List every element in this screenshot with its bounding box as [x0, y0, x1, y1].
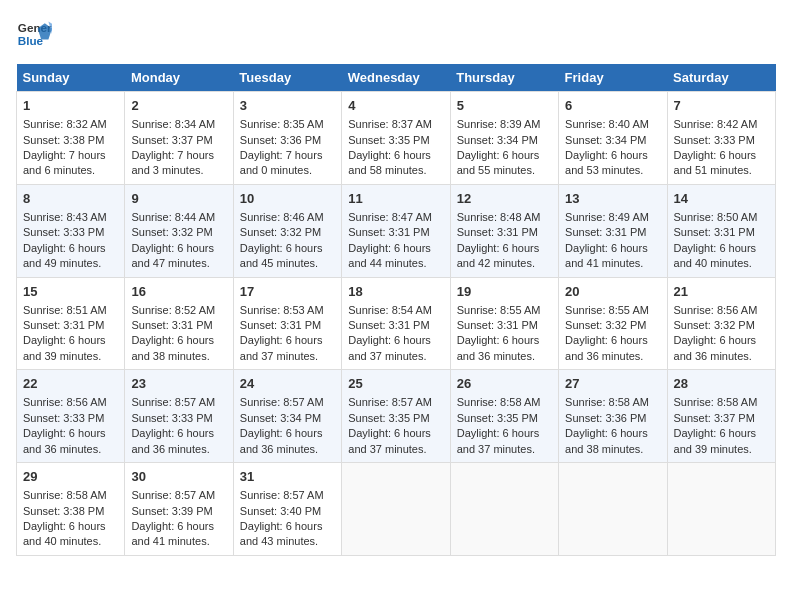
sunset-text: Sunset: 3:31 PM	[348, 319, 429, 331]
daylight-text: Daylight: 6 hours and 37 minutes.	[348, 427, 431, 454]
calendar-cell: 1Sunrise: 8:32 AMSunset: 3:38 PMDaylight…	[17, 92, 125, 185]
daylight-text: Daylight: 6 hours and 36 minutes.	[565, 334, 648, 361]
day-number: 7	[674, 97, 769, 115]
day-number: 4	[348, 97, 443, 115]
calendar-cell: 26Sunrise: 8:58 AMSunset: 3:35 PMDayligh…	[450, 370, 558, 463]
sunset-text: Sunset: 3:33 PM	[674, 134, 755, 146]
day-number: 24	[240, 375, 335, 393]
daylight-text: Daylight: 7 hours and 6 minutes.	[23, 149, 106, 176]
calendar-cell: 30Sunrise: 8:57 AMSunset: 3:39 PMDayligh…	[125, 463, 233, 556]
sunset-text: Sunset: 3:35 PM	[457, 412, 538, 424]
calendar-cell: 16Sunrise: 8:52 AMSunset: 3:31 PMDayligh…	[125, 277, 233, 370]
sunset-text: Sunset: 3:32 PM	[674, 319, 755, 331]
day-number: 17	[240, 283, 335, 301]
sunrise-text: Sunrise: 8:55 AM	[565, 304, 649, 316]
sunrise-text: Sunrise: 8:32 AM	[23, 118, 107, 130]
sunset-text: Sunset: 3:31 PM	[131, 319, 212, 331]
daylight-text: Daylight: 6 hours and 41 minutes.	[565, 242, 648, 269]
sunset-text: Sunset: 3:33 PM	[131, 412, 212, 424]
sunrise-text: Sunrise: 8:54 AM	[348, 304, 432, 316]
sunrise-text: Sunrise: 8:46 AM	[240, 211, 324, 223]
sunrise-text: Sunrise: 8:53 AM	[240, 304, 324, 316]
day-number: 31	[240, 468, 335, 486]
calendar-cell: 21Sunrise: 8:56 AMSunset: 3:32 PMDayligh…	[667, 277, 775, 370]
sunset-text: Sunset: 3:31 PM	[457, 226, 538, 238]
day-number: 27	[565, 375, 660, 393]
header-thursday: Thursday	[450, 64, 558, 92]
sunset-text: Sunset: 3:36 PM	[240, 134, 321, 146]
calendar-cell: 15Sunrise: 8:51 AMSunset: 3:31 PMDayligh…	[17, 277, 125, 370]
day-number: 26	[457, 375, 552, 393]
day-number: 11	[348, 190, 443, 208]
week-row-1: 1Sunrise: 8:32 AMSunset: 3:38 PMDaylight…	[17, 92, 776, 185]
sunrise-text: Sunrise: 8:58 AM	[674, 396, 758, 408]
sunrise-text: Sunrise: 8:52 AM	[131, 304, 215, 316]
daylight-text: Daylight: 6 hours and 36 minutes.	[457, 334, 540, 361]
calendar-cell: 23Sunrise: 8:57 AMSunset: 3:33 PMDayligh…	[125, 370, 233, 463]
sunrise-text: Sunrise: 8:35 AM	[240, 118, 324, 130]
day-number: 10	[240, 190, 335, 208]
daylight-text: Daylight: 6 hours and 49 minutes.	[23, 242, 106, 269]
sunset-text: Sunset: 3:37 PM	[131, 134, 212, 146]
day-number: 21	[674, 283, 769, 301]
logo-icon: General Blue	[16, 16, 52, 52]
svg-text:Blue: Blue	[18, 34, 44, 47]
sunrise-text: Sunrise: 8:57 AM	[131, 489, 215, 501]
calendar-cell	[667, 463, 775, 556]
day-number: 30	[131, 468, 226, 486]
sunset-text: Sunset: 3:31 PM	[348, 226, 429, 238]
sunrise-text: Sunrise: 8:39 AM	[457, 118, 541, 130]
daylight-text: Daylight: 6 hours and 42 minutes.	[457, 242, 540, 269]
daylight-text: Daylight: 6 hours and 40 minutes.	[674, 242, 757, 269]
calendar-cell: 19Sunrise: 8:55 AMSunset: 3:31 PMDayligh…	[450, 277, 558, 370]
sunset-text: Sunset: 3:34 PM	[565, 134, 646, 146]
week-row-2: 8Sunrise: 8:43 AMSunset: 3:33 PMDaylight…	[17, 184, 776, 277]
calendar-cell: 4Sunrise: 8:37 AMSunset: 3:35 PMDaylight…	[342, 92, 450, 185]
header-saturday: Saturday	[667, 64, 775, 92]
daylight-text: Daylight: 6 hours and 36 minutes.	[131, 427, 214, 454]
sunrise-text: Sunrise: 8:57 AM	[240, 396, 324, 408]
sunrise-text: Sunrise: 8:47 AM	[348, 211, 432, 223]
daylight-text: Daylight: 6 hours and 53 minutes.	[565, 149, 648, 176]
sunset-text: Sunset: 3:31 PM	[565, 226, 646, 238]
sunrise-text: Sunrise: 8:37 AM	[348, 118, 432, 130]
sunset-text: Sunset: 3:35 PM	[348, 134, 429, 146]
day-number: 22	[23, 375, 118, 393]
daylight-text: Daylight: 6 hours and 47 minutes.	[131, 242, 214, 269]
sunset-text: Sunset: 3:37 PM	[674, 412, 755, 424]
header-wednesday: Wednesday	[342, 64, 450, 92]
header-row: SundayMondayTuesdayWednesdayThursdayFrid…	[17, 64, 776, 92]
calendar-cell	[342, 463, 450, 556]
header-monday: Monday	[125, 64, 233, 92]
sunset-text: Sunset: 3:32 PM	[131, 226, 212, 238]
calendar-cell: 5Sunrise: 8:39 AMSunset: 3:34 PMDaylight…	[450, 92, 558, 185]
sunrise-text: Sunrise: 8:56 AM	[674, 304, 758, 316]
calendar-cell: 7Sunrise: 8:42 AMSunset: 3:33 PMDaylight…	[667, 92, 775, 185]
sunrise-text: Sunrise: 8:57 AM	[131, 396, 215, 408]
calendar-cell: 9Sunrise: 8:44 AMSunset: 3:32 PMDaylight…	[125, 184, 233, 277]
day-number: 28	[674, 375, 769, 393]
calendar-cell: 28Sunrise: 8:58 AMSunset: 3:37 PMDayligh…	[667, 370, 775, 463]
calendar-cell: 12Sunrise: 8:48 AMSunset: 3:31 PMDayligh…	[450, 184, 558, 277]
sunrise-text: Sunrise: 8:48 AM	[457, 211, 541, 223]
daylight-text: Daylight: 6 hours and 39 minutes.	[674, 427, 757, 454]
calendar-cell: 20Sunrise: 8:55 AMSunset: 3:32 PMDayligh…	[559, 277, 667, 370]
day-number: 14	[674, 190, 769, 208]
daylight-text: Daylight: 6 hours and 37 minutes.	[240, 334, 323, 361]
daylight-text: Daylight: 6 hours and 58 minutes.	[348, 149, 431, 176]
day-number: 8	[23, 190, 118, 208]
sunset-text: Sunset: 3:32 PM	[240, 226, 321, 238]
calendar-cell: 22Sunrise: 8:56 AMSunset: 3:33 PMDayligh…	[17, 370, 125, 463]
sunset-text: Sunset: 3:34 PM	[457, 134, 538, 146]
sunset-text: Sunset: 3:40 PM	[240, 505, 321, 517]
day-number: 18	[348, 283, 443, 301]
day-number: 12	[457, 190, 552, 208]
sunset-text: Sunset: 3:34 PM	[240, 412, 321, 424]
daylight-text: Daylight: 6 hours and 43 minutes.	[240, 520, 323, 547]
sunrise-text: Sunrise: 8:57 AM	[240, 489, 324, 501]
daylight-text: Daylight: 6 hours and 36 minutes.	[23, 427, 106, 454]
daylight-text: Daylight: 6 hours and 39 minutes.	[23, 334, 106, 361]
calendar-cell: 6Sunrise: 8:40 AMSunset: 3:34 PMDaylight…	[559, 92, 667, 185]
daylight-text: Daylight: 6 hours and 45 minutes.	[240, 242, 323, 269]
calendar-cell: 10Sunrise: 8:46 AMSunset: 3:32 PMDayligh…	[233, 184, 341, 277]
